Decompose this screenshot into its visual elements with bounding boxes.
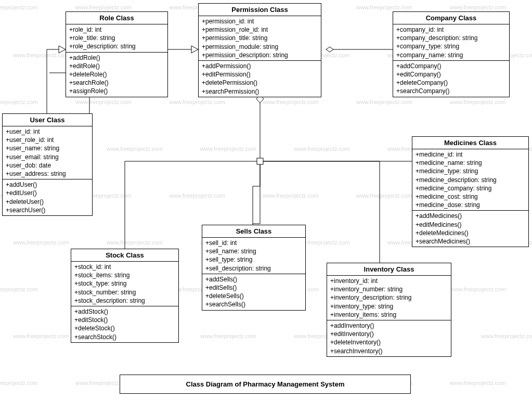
class-role-ops: +addRole()+editRole()+deleteRole()+searc… bbox=[66, 52, 167, 97]
class-user: User Class +user_id: int+user_role_id: i… bbox=[2, 113, 93, 216]
class-inventory-attrs: +inventory_id: int+inventory_number: str… bbox=[327, 276, 451, 320]
watermark-text: www.freeprojectz.com bbox=[450, 4, 506, 10]
watermark-text: www.freeprojectz.com bbox=[294, 146, 350, 152]
class-company-title: Company Class bbox=[393, 12, 509, 24]
class-role-title: Role Class bbox=[66, 12, 167, 24]
class-stock-attrs: +stock_id: int+stock_items: string+stock… bbox=[71, 262, 178, 306]
watermark-text: www.freeprojectz.com bbox=[0, 4, 38, 10]
watermark-text: www.freeprojectz.com bbox=[481, 333, 532, 339]
watermark-text: www.freeprojectz.com bbox=[200, 146, 256, 152]
svg-marker-3 bbox=[326, 47, 333, 52]
svg-rect-6 bbox=[257, 158, 263, 164]
watermark-text: www.freeprojectz.com bbox=[107, 146, 163, 152]
watermark-text: www.freeprojectz.com bbox=[450, 380, 506, 386]
class-company-attrs: +company_id: int+company_description: st… bbox=[393, 24, 509, 60]
class-inventory-title: Inventory Class bbox=[327, 263, 451, 276]
watermark-text: www.freeprojectz.com bbox=[263, 192, 319, 199]
class-company-ops: +addCompany()+editCompany()+deleteCompan… bbox=[393, 60, 509, 97]
class-sells-attrs: +sell_id: int+sell_name: string+sell_typ… bbox=[202, 238, 305, 274]
class-medicines-attrs: +medicine_id: int+medicine_name: string+… bbox=[412, 149, 528, 210]
svg-marker-0 bbox=[59, 46, 66, 53]
watermark-text: www.freeprojectz.com bbox=[0, 286, 38, 292]
class-role: Role Class +role_id: int+role_title: str… bbox=[66, 11, 168, 97]
watermark-text: www.freeprojectz.com bbox=[75, 99, 132, 105]
watermark-text: www.freeprojectz.com bbox=[356, 4, 412, 10]
diagram-caption: Class Diagram of Pharmacy Management Sys… bbox=[120, 375, 411, 394]
class-sells-title: Sells Class bbox=[202, 225, 305, 238]
watermark-text: www.freeprojectz.com bbox=[0, 380, 38, 386]
watermark-text: www.freeprojectz.com bbox=[200, 333, 256, 339]
class-stock-title: Stock Class bbox=[71, 249, 178, 262]
class-medicines-title: Medicines Class bbox=[412, 137, 528, 149]
class-stock-ops: +addStock()+editStock()+deleteStock()+se… bbox=[71, 306, 178, 342]
class-inventory-ops: +addInventory()+editInventory()+deleteIn… bbox=[327, 320, 451, 356]
watermark-text: www.freeprojectz.com bbox=[107, 239, 163, 246]
watermark-text: www.freeprojectz.com bbox=[169, 192, 225, 199]
class-sells-ops: +addSells()+editSells()+deleteSells()+se… bbox=[202, 274, 305, 310]
watermark-text: www.freeprojectz.com bbox=[0, 99, 38, 105]
class-permission-attrs: +permission_id: int+permission_role_id: … bbox=[199, 16, 321, 60]
class-user-title: User Class bbox=[3, 114, 92, 126]
class-permission: Permission Class +permission_id: int+per… bbox=[198, 3, 321, 97]
svg-marker-1 bbox=[191, 46, 198, 53]
watermark-text: www.freeprojectz.com bbox=[450, 99, 506, 105]
watermark-text: www.freeprojectz.com bbox=[75, 4, 132, 10]
class-company: Company Class +company_id: int+company_d… bbox=[393, 11, 510, 97]
watermark-text: www.freeprojectz.com bbox=[13, 239, 69, 246]
watermark-text: www.freeprojectz.com bbox=[450, 286, 506, 292]
class-inventory: Inventory Class +inventory_id: int+inven… bbox=[327, 263, 451, 357]
class-stock: Stock Class +stock_id: int+stock_items: … bbox=[71, 249, 179, 343]
class-role-attrs: +role_id: int+role_title: string+role_de… bbox=[66, 24, 167, 52]
watermark-text: www.freeprojectz.com bbox=[356, 99, 412, 105]
class-permission-ops: +addPermission()+editPermission()+delete… bbox=[199, 60, 321, 97]
watermark-text: www.freeprojectz.com bbox=[263, 99, 319, 105]
class-user-attrs: +user_id: int+user_role_id: int+user_nam… bbox=[3, 126, 92, 179]
class-medicines-ops: +addMedicines()+editMedicines()+deleteMe… bbox=[412, 210, 528, 247]
watermark-text: www.freeprojectz.com bbox=[13, 52, 69, 58]
class-sells: Sells Class +sell_id: int+sell_name: str… bbox=[202, 225, 306, 311]
watermark-text: www.freeprojectz.com bbox=[356, 192, 412, 199]
class-user-ops: +addUser()+editUser()+deleteUser()+searc… bbox=[3, 179, 92, 215]
class-permission-title: Permission Class bbox=[199, 4, 321, 16]
watermark-text: www.freeprojectz.com bbox=[13, 333, 69, 339]
watermark-text: www.freeprojectz.com bbox=[169, 99, 225, 105]
class-medicines: Medicines Class +medicine_id: int+medici… bbox=[412, 136, 529, 247]
